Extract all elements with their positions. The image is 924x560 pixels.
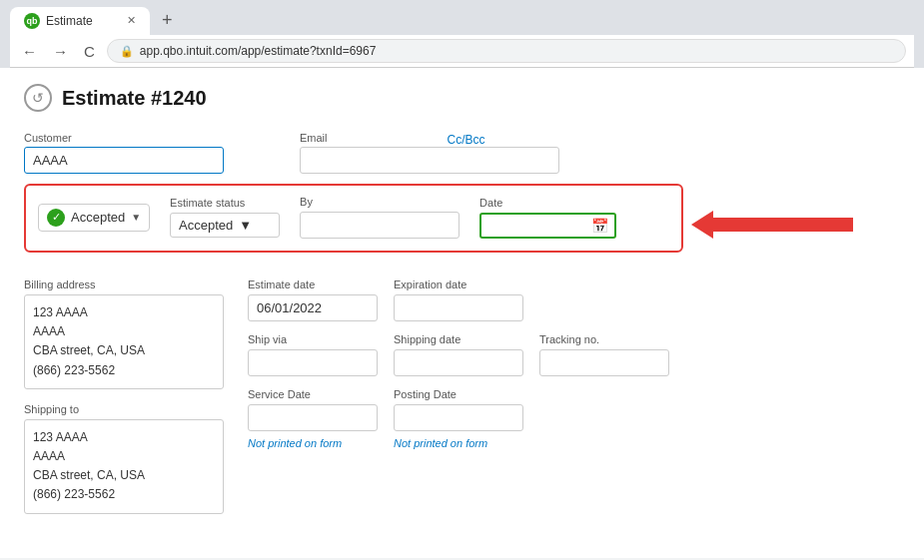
expiration-date-input[interactable] [394, 294, 523, 321]
ship-via-label: Ship via [248, 333, 378, 345]
tab-close-button[interactable]: ✕ [127, 14, 136, 27]
shipping-date-group: Shipping date [394, 333, 523, 376]
page-title-area: ↺ Estimate #1240 [24, 84, 900, 112]
address-bar-row: ← → C 🔒 app.qbo.intuit.com/app/estimate?… [10, 35, 914, 68]
billing-line3: CBA street, CA, USA [33, 341, 215, 360]
red-arrow-indicator [691, 211, 853, 239]
posting-date-group: Posting Date Not printed on form [394, 388, 523, 449]
page-content: ↺ Estimate #1240 Customer Email Cc/Bcc ✓… [0, 68, 924, 558]
tracking-no-input[interactable] [539, 349, 669, 376]
status-value: Accepted [179, 218, 233, 233]
billing-line1: 123 AAAA [33, 303, 215, 322]
arrow-head-left [691, 211, 713, 239]
tracking-no-label: Tracking no. [539, 333, 669, 345]
estimate-status-label: Estimate status [170, 197, 280, 209]
billing-address-box: 123 AAAA AAAA CBA street, CA, USA (866) … [24, 294, 224, 389]
posting-date-note: Not printed on form [394, 437, 523, 449]
posting-date-input[interactable] [394, 404, 523, 431]
by-label: By [300, 196, 460, 208]
estimate-date-label: Estimate date [248, 279, 378, 290]
billing-line2: AAAA [33, 322, 215, 341]
estimate-status-group: Estimate status Accepted ▼ [170, 197, 280, 238]
billing-section: Billing address 123 AAAA AAAA CBA street… [24, 279, 224, 389]
service-date-group: Service Date Not printed on form [248, 388, 378, 449]
service-date-input[interactable] [248, 404, 378, 431]
posting-date-label: Posting Date [394, 388, 523, 400]
customer-label: Customer [24, 132, 284, 144]
by-group: By [300, 196, 460, 239]
new-tab-button[interactable]: + [154, 6, 181, 35]
shipping-line2: AAAA [33, 447, 215, 466]
billing-phone: (866) 223-5562 [33, 361, 215, 380]
expiration-date-group: Expiration date [394, 279, 523, 321]
date-input[interactable] [487, 218, 587, 233]
by-input[interactable] [300, 212, 460, 239]
tracking-no-group: Tracking no. [539, 333, 669, 376]
tab-bar: qb Estimate ✕ + [10, 6, 914, 35]
url-text: app.qbo.intuit.com/app/estimate?txnId=69… [140, 44, 377, 58]
billing-label: Billing address [24, 279, 224, 290]
date-group: Date 📅 [479, 197, 616, 239]
shipping-date-label: Shipping date [394, 333, 523, 345]
forward-button[interactable]: → [49, 41, 72, 62]
email-input[interactable] [300, 147, 559, 174]
shipping-fields-row: Ship via Shipping date Tracking no. [248, 333, 900, 376]
tab-favicon: qb [24, 13, 40, 29]
status-dropdown-icon: ▼ [239, 218, 252, 233]
customer-input[interactable] [24, 147, 224, 174]
browser-chrome: qb Estimate ✕ + ← → C 🔒 app.qbo.intuit.c… [0, 0, 924, 68]
shipping-line3: CBA street, CA, USA [33, 466, 215, 485]
customer-section: Customer [24, 132, 284, 174]
email-label: Email [300, 132, 328, 144]
page-title: Estimate #1240 [62, 87, 207, 110]
service-date-label: Service Date [248, 388, 378, 400]
refresh-button[interactable]: C [80, 41, 99, 62]
estimate-date-input[interactable] [248, 294, 378, 321]
shipping-label: Shipping to [24, 403, 224, 415]
estimate-tab[interactable]: qb Estimate ✕ [10, 7, 150, 35]
dates-row: Estimate date Expiration date [248, 279, 900, 321]
accepted-badge[interactable]: ✓ Accepted ▼ [38, 204, 150, 232]
email-section: Email Cc/Bcc [284, 132, 900, 174]
lock-icon: 🔒 [120, 45, 134, 58]
expiration-date-label: Expiration date [394, 279, 523, 290]
back-button[interactable]: ← [18, 41, 41, 62]
shipping-section: Shipping to 123 AAAA AAAA CBA street, CA… [24, 403, 224, 514]
date-input-wrapper[interactable]: 📅 [479, 213, 616, 239]
shipping-address-box: 123 AAAA AAAA CBA street, CA, USA (866) … [24, 419, 224, 514]
address-bar[interactable]: 🔒 app.qbo.intuit.com/app/estimate?txnId=… [107, 39, 906, 63]
ccbcc-link[interactable]: Cc/Bcc [448, 133, 485, 147]
status-select[interactable]: Accepted ▼ [170, 213, 280, 238]
estimate-date-group: Estimate date [248, 279, 378, 321]
shipping-phone: (866) 223-5562 [33, 485, 215, 504]
shipping-date-input[interactable] [394, 349, 523, 376]
top-form-row: Customer Email Cc/Bcc [24, 132, 900, 174]
accepted-panel: ✓ Accepted ▼ Estimate status Accepted ▼ … [24, 184, 683, 253]
email-label-row: Email Cc/Bcc [300, 132, 900, 147]
service-posting-row: Service Date Not printed on form Posting… [248, 388, 900, 449]
tab-label: Estimate [46, 14, 93, 28]
estimate-icon: ↺ [24, 84, 52, 112]
service-date-note: Not printed on form [248, 437, 378, 449]
accepted-check-icon: ✓ [47, 209, 65, 227]
calendar-icon[interactable]: 📅 [591, 218, 608, 234]
shipping-line1: 123 AAAA [33, 428, 215, 447]
arrow-body [713, 218, 853, 232]
accepted-label: Accepted [71, 210, 125, 225]
date-label: Date [479, 197, 616, 209]
ship-via-group: Ship via [248, 333, 378, 376]
ship-via-input[interactable] [248, 349, 378, 376]
accepted-dropdown-arrow: ▼ [131, 212, 141, 223]
